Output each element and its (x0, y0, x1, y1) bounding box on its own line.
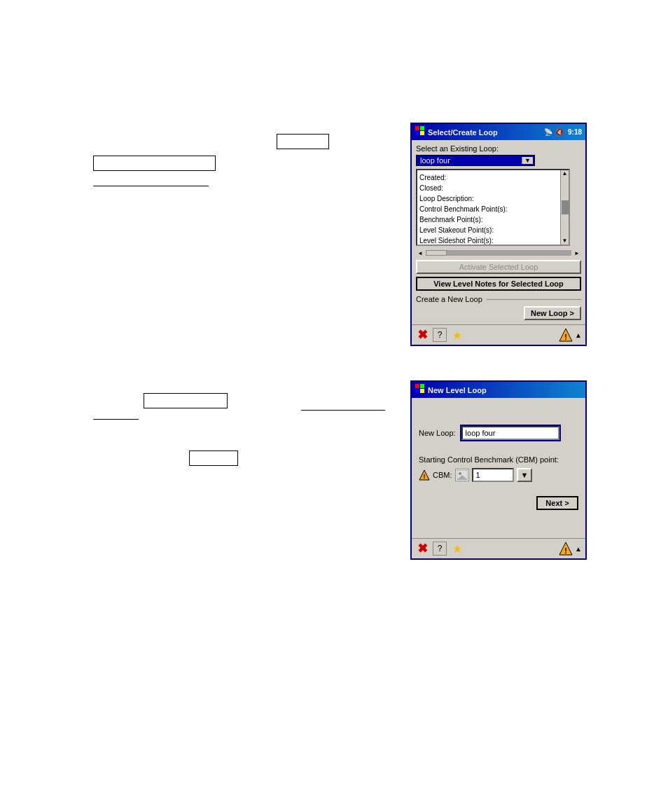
svg-rect-2 (415, 131, 419, 135)
h-scroll-right-icon[interactable]: ► (573, 250, 581, 256)
cbm-input[interactable] (472, 468, 514, 482)
new-loop-input[interactable] (461, 426, 559, 440)
info-line-control: Control Benchmark Point(s): (419, 204, 566, 214)
info-line-sideshot: Level Sideshot Point(s): (419, 235, 566, 246)
svg-rect-9 (420, 389, 424, 393)
dialog1-red-x-icon[interactable]: ✖ (415, 328, 429, 342)
dialog2-scroll-indicator[interactable]: ▲ (575, 545, 582, 553)
new-loop-field: New Loop: (419, 426, 578, 440)
annotation-box-2 (277, 134, 329, 149)
cbm-label: CBM: (433, 471, 452, 479)
dialog2-title: New Level Loop (428, 386, 582, 394)
annotation-box-3 (144, 393, 228, 408)
dialog2-footer: ✖ ? ★ ! ▲ (412, 538, 585, 558)
dialog2-footer-right: ! ▲ (558, 541, 582, 556)
dialog2-triangle-icon: ! (558, 541, 573, 556)
loop-dropdown[interactable]: loop four ▼ (416, 155, 535, 166)
dialog1-footer-right: ! ▲ (558, 327, 582, 343)
scroll-thumb[interactable] (562, 200, 569, 214)
scroll-down-icon[interactable]: ▼ (562, 238, 568, 245)
next-button[interactable]: Next > (536, 496, 578, 510)
svg-text:!: ! (564, 546, 567, 555)
h-scroll-thumb[interactable] (426, 250, 447, 256)
svg-rect-6 (415, 384, 419, 388)
new-loop-button[interactable]: New Loop > (524, 306, 581, 320)
activate-loop-button[interactable]: Activate Selected Loop (416, 260, 581, 274)
h-scroll-track (426, 250, 571, 256)
svg-rect-0 (415, 126, 419, 130)
create-label: Create a New Loop (416, 295, 482, 303)
dialog1-star-icon[interactable]: ★ (450, 328, 464, 342)
create-divider-line (487, 299, 581, 300)
mute-icon: 🔇 (555, 128, 564, 136)
dialog1-select-label: Select an Existing Loop: (416, 144, 581, 153)
info-line-closed: Closed: (419, 183, 566, 193)
annotation-underline-1 (93, 186, 209, 186)
svg-text:!: ! (424, 473, 426, 480)
info-scrollbar[interactable]: ▲ ▼ (560, 170, 569, 245)
loop-info-box: Created: Closed: Loop Description: Contr… (416, 169, 570, 246)
info-line-created: Created: (419, 172, 566, 183)
new-loop-label: New Loop: (419, 429, 456, 437)
annotation-box-1 (93, 156, 216, 171)
svg-rect-1 (420, 126, 424, 130)
create-divider: Create a New Loop (416, 295, 581, 303)
dialog1-triangle-icon: ! (558, 327, 573, 343)
svg-point-13 (459, 472, 461, 475)
loop-info-content: Created: Closed: Loop Description: Contr… (419, 172, 566, 246)
svg-text:!: ! (564, 333, 567, 341)
h-scroll-left-icon[interactable]: ◄ (416, 250, 424, 256)
dialog1-controls: 📡 🔇 9:18 (544, 128, 582, 136)
loop-dropdown-value: loop four (418, 156, 450, 165)
svg-rect-7 (420, 384, 424, 388)
svg-rect-3 (420, 131, 424, 135)
dialog1-body: Select an Existing Loop: loop four ▼ Cre… (412, 140, 585, 324)
select-create-loop-dialog: Select/Create Loop 📡 🔇 9:18 Select an Ex… (410, 123, 587, 346)
dialog2-titlebar: New Level Loop (412, 382, 585, 398)
info-line-stakeout: Level Stakeout Point(s): (419, 225, 566, 235)
dialog1-footer: ✖ ? ★ ! ▲ (412, 324, 585, 345)
svg-rect-8 (415, 389, 419, 393)
view-level-notes-button[interactable]: View Level Notes for Selected Loop (416, 277, 581, 291)
next-button-row: Next > (419, 496, 578, 510)
annotation-underline-3 (93, 419, 139, 420)
dialog2-star-icon[interactable]: ★ (450, 542, 464, 556)
dialog2-body: New Loop: Starting Control Benchmark (CB… (412, 398, 585, 538)
windows-logo-icon (415, 126, 425, 138)
dialog2-windows-logo-icon (415, 384, 425, 396)
info-line-benchmark: Benchmark Point(s): (419, 214, 566, 225)
dialog1-scroll-indicator[interactable]: ▲ (575, 331, 582, 339)
cbm-dropdown-button[interactable]: ▼ (517, 468, 533, 482)
dialog2-help-icon[interactable]: ? (433, 542, 447, 556)
annotation-box-4 (189, 450, 238, 466)
dialog1-help-icon[interactable]: ? (433, 328, 447, 342)
dropdown-arrow-icon[interactable]: ▼ (522, 157, 533, 164)
antenna-icon: 📡 (544, 128, 552, 136)
dialog2-green-x-icon[interactable]: ✖ (415, 542, 429, 556)
info-line-description: Loop Description: (419, 193, 566, 204)
cbm-triangle-icon: ! (419, 469, 430, 481)
dialog1-titlebar: Select/Create Loop 📡 🔇 9:18 (412, 124, 585, 140)
cbm-section: Starting Control Benchmark (CBM) point: … (419, 455, 578, 482)
cbm-section-label: Starting Control Benchmark (CBM) point: (419, 455, 578, 464)
annotation-underline-2 (301, 410, 385, 411)
h-scrollbar[interactable]: ◄ ► (416, 249, 581, 257)
cbm-row: ! CBM: ▼ (419, 468, 578, 482)
dialog1-time: 9:18 (568, 128, 582, 136)
scroll-up-icon[interactable]: ▲ (562, 170, 568, 177)
dialog1-title: Select/Create Loop (428, 128, 544, 137)
new-level-loop-dialog: New Level Loop New Loop: Starting Contro… (410, 380, 587, 560)
cbm-image-icon (455, 469, 469, 481)
